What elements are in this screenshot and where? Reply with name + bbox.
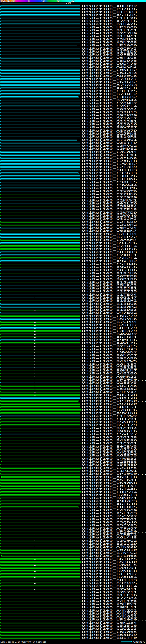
hit-label[interactable]: UniRef100_B15WB5 xyxy=(82,281,137,284)
hit-label[interactable]: UniRef100_B0D1B0 xyxy=(82,278,137,281)
hit-label[interactable]: UniRef100_C6K234 xyxy=(82,622,137,624)
hit-label[interactable]: UniRef100_B0NCC7 xyxy=(82,354,137,357)
hit-bar[interactable] xyxy=(0,14,80,16)
hit-bar[interactable] xyxy=(0,604,80,605)
hit-bar[interactable] xyxy=(0,12,80,13)
hit-bar[interactable] xyxy=(0,367,80,368)
hit-bar[interactable] xyxy=(0,236,80,238)
hit-label[interactable]: UniRef100_C3BG13 xyxy=(82,172,137,175)
hit-label[interactable]: UniRef100_B1BJU0 xyxy=(82,272,137,275)
hit-label[interactable]: UniRef100_C1TB94 xyxy=(82,293,137,296)
hit-label[interactable]: UniRef100_C52516 xyxy=(82,624,137,627)
hit-label[interactable]: UniRef100_A7G1F6 xyxy=(82,20,137,23)
hit-bar[interactable] xyxy=(0,239,80,240)
hit-label[interactable]: UniRef100_A5N768 xyxy=(82,41,137,44)
hit-bar[interactable] xyxy=(0,546,80,547)
hit-label[interactable]: UniRef100_C3Q0Q2 xyxy=(82,539,137,542)
hit-bar[interactable] xyxy=(0,266,80,268)
hit-label[interactable]: UniRef100_B5CY85 xyxy=(82,524,137,527)
hit-bar[interactable] xyxy=(1,555,80,556)
hit-bar[interactable] xyxy=(0,440,80,441)
hit-bar[interactable] xyxy=(0,276,80,277)
hit-bar[interactable] xyxy=(0,245,80,247)
hit-bar[interactable] xyxy=(0,112,80,113)
hit-bar[interactable] xyxy=(0,543,80,544)
hit-label[interactable]: UniRef100_Q5NH99 xyxy=(82,421,137,424)
hit-bar[interactable] xyxy=(0,348,81,350)
hit-label[interactable]: UniRef100_A6BET8 xyxy=(82,476,137,478)
hit-bar[interactable] xyxy=(0,388,80,390)
hit-label[interactable]: UniRef100_Q05TR6 xyxy=(82,269,137,272)
hit-label[interactable]: UniRef100_UP1000... xyxy=(82,618,146,621)
hit-label[interactable]: UniRef100_Q73D27 xyxy=(82,78,137,81)
hit-label[interactable]: UniRef100_C5D9V6 xyxy=(82,60,137,62)
hit-bar[interactable] xyxy=(0,197,80,198)
hit-label[interactable]: UniRef100_C0D594 xyxy=(82,491,137,494)
hit-label[interactable]: UniRef100_A6L448 xyxy=(82,536,137,539)
hit-bar[interactable] xyxy=(0,558,80,560)
hit-label[interactable]: UniRef100_B1BDB3 xyxy=(82,308,137,312)
hit-bar[interactable] xyxy=(0,51,80,52)
hit-bar[interactable] xyxy=(0,203,80,204)
hit-label[interactable]: UniRef100_A7N659 xyxy=(82,545,137,548)
hit-label[interactable]: UniRef100_C2ZJE1 xyxy=(82,287,137,290)
hit-bar[interactable] xyxy=(0,139,77,140)
hit-bar[interactable] xyxy=(0,379,80,380)
hit-bar[interactable] xyxy=(0,589,80,590)
hit-label[interactable]: UniRef100_C2QNH2 xyxy=(82,102,137,105)
hit-bar[interactable] xyxy=(1,461,80,462)
hit-label[interactable]: UniRef100_A79X03 xyxy=(82,84,137,86)
hit-label[interactable]: UniRef100_A8HM92 xyxy=(82,5,137,8)
hit-label[interactable]: UniRef100_C8T0U5 xyxy=(82,506,137,509)
hit-label[interactable]: UniRef100_A4NZQ2 xyxy=(82,609,137,612)
hit-bar[interactable] xyxy=(0,6,80,7)
hit-bar[interactable] xyxy=(0,300,80,301)
hit-label[interactable]: UniRef100_Q46266 xyxy=(82,372,137,375)
hit-label[interactable]: UniRef100_B7IP22 xyxy=(82,236,137,238)
hit-label[interactable]: UniRef100_Q213B1 xyxy=(82,120,137,123)
hit-bar[interactable] xyxy=(0,519,80,520)
hit-bar[interactable] xyxy=(0,410,81,411)
hit-bar[interactable] xyxy=(0,151,80,152)
hit-label[interactable]: UniRef100_A6L183 xyxy=(82,363,137,366)
hit-label[interactable]: UniRef100_C0NEH2 xyxy=(82,68,137,72)
hit-label[interactable]: UniRef100_C3CDN6 xyxy=(82,178,137,181)
hit-label[interactable]: UniRef100_B2ULH7 xyxy=(82,324,137,327)
hit-bar[interactable] xyxy=(0,136,80,137)
hit-label[interactable]: UniRef100_B81GR8 xyxy=(82,135,137,138)
hit-label[interactable]: UniRef100_B7HLB4 xyxy=(82,232,137,236)
hit-label[interactable]: UniRef100_B1L1C1 xyxy=(82,29,137,32)
hit-bar[interactable] xyxy=(0,391,80,392)
hit-label[interactable]: UniRef100_C2W3R2 xyxy=(82,163,137,166)
hit-label[interactable]: UniRef100_B33C01 xyxy=(82,566,137,570)
hit-bar[interactable] xyxy=(0,564,80,566)
hit-label[interactable]: UniRef100_Q47E92 xyxy=(82,312,137,314)
hit-label[interactable]: UniRef100_C3YLM6 xyxy=(82,187,137,190)
hit-bar[interactable] xyxy=(0,127,80,128)
hit-bar[interactable] xyxy=(0,361,80,362)
hit-bar[interactable] xyxy=(0,254,80,256)
hit-label[interactable]: UniRef100_A7RET2 xyxy=(82,533,137,536)
hit-label[interactable]: UniRef100_B1EPH7 xyxy=(82,573,137,576)
hit-label[interactable]: UniRef100_UP1000... xyxy=(82,378,146,381)
hit-bar[interactable] xyxy=(0,66,80,68)
hit-bar[interactable] xyxy=(0,531,80,532)
hit-label[interactable]: UniRef100_C3KU61 xyxy=(82,38,137,41)
hit-label[interactable]: UniRef100_B8E7F0 xyxy=(82,636,137,640)
hit-bar[interactable] xyxy=(0,610,80,611)
hit-bar[interactable] xyxy=(0,494,80,496)
hit-label[interactable]: UniRef100_Q3YXB5 xyxy=(82,582,137,585)
hit-label[interactable]: UniRef100_C0FT57 xyxy=(82,484,137,488)
hit-bar[interactable] xyxy=(0,291,80,292)
hit-label[interactable]: UniRef100_C3W444 xyxy=(82,184,137,187)
hit-label[interactable]: UniRef100_A8V0G6 xyxy=(82,74,137,78)
hit-bar[interactable] xyxy=(0,355,80,356)
hit-label[interactable]: UniRef100_C3DXB2 xyxy=(82,96,137,99)
hit-bar[interactable] xyxy=(0,324,80,326)
hit-label[interactable]: UniRef100_C5URC3 xyxy=(82,284,137,287)
hit-bar[interactable] xyxy=(0,60,80,62)
hit-bar[interactable] xyxy=(0,504,80,505)
hit-bar[interactable] xyxy=(0,616,80,617)
hit-label[interactable]: UniRef100_B5DVH6 xyxy=(82,318,137,320)
hit-label[interactable]: UniRef100_B65B99 xyxy=(82,634,137,636)
